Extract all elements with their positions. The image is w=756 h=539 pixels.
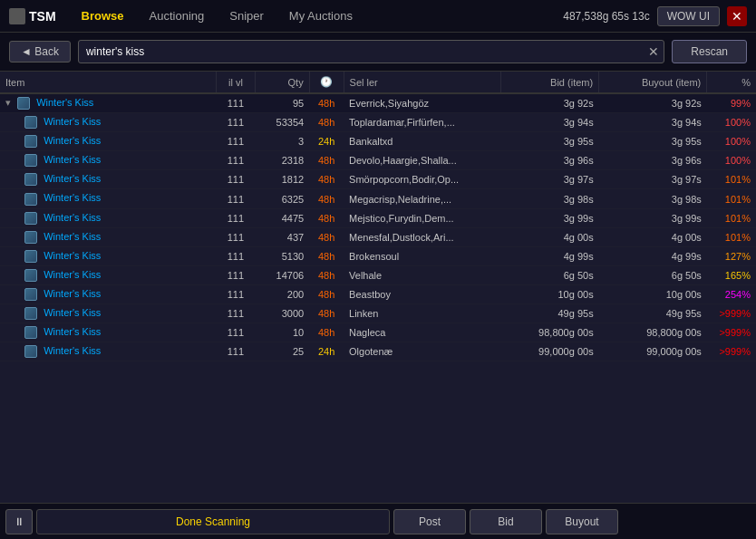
col-header-qty[interactable]: Qty <box>256 72 310 93</box>
cell-bid: 3g 94s <box>500 113 598 132</box>
cell-time: 48h <box>309 323 344 342</box>
cell-seller: Nagleca <box>344 323 500 342</box>
main-content: ◄ Back ✕ Rescan Item il vl Qty 🕐 Sel ler… <box>0 33 756 539</box>
item-name[interactable]: Winter's Kiss <box>44 154 101 165</box>
col-header-ilvl[interactable]: il vl <box>216 72 255 93</box>
col-header-item[interactable]: Item <box>0 72 216 93</box>
group-toggle[interactable]: ▾ <box>5 97 11 108</box>
col-header-bid[interactable]: Bid (item) <box>500 72 598 93</box>
clear-search-button[interactable]: ✕ <box>648 44 659 59</box>
search-input[interactable] <box>78 40 664 63</box>
col-header-seller[interactable]: Sel ler <box>344 72 500 93</box>
wow-ui-button[interactable]: WOW UI <box>657 6 720 26</box>
post-button[interactable]: Post <box>393 509 466 534</box>
table-row[interactable]: Winter's Kiss 111 1812 48h Smörpopcorn,B… <box>0 170 756 189</box>
cell-qty: 200 <box>256 284 310 303</box>
cell-pct: 100% <box>707 151 756 170</box>
table-body: ▾ Winter's Kiss 111 95 48h Everrick,Siya… <box>0 93 756 361</box>
cell-time: 48h <box>309 304 344 323</box>
table-row[interactable]: Winter's Kiss 111 14706 48h Velhale 6g 5… <box>0 265 756 284</box>
cell-bid: 4g 00s <box>500 227 598 246</box>
cell-qty: 53354 <box>256 113 310 132</box>
col-header-pct[interactable]: % <box>707 72 756 93</box>
table-row[interactable]: Winter's Kiss 111 4475 48h Mejstico,Fury… <box>0 208 756 227</box>
table-row[interactable]: Winter's Kiss 111 3000 48h Linken 49g 95… <box>0 304 756 323</box>
item-name[interactable]: Winter's Kiss <box>44 212 101 223</box>
search-input-wrap: ✕ <box>78 40 664 63</box>
tab-sniper[interactable]: Sniper <box>218 5 275 26</box>
close-button[interactable]: ✕ <box>727 6 747 26</box>
item-name[interactable]: Winter's Kiss <box>44 269 101 280</box>
item-name[interactable]: Winter's Kiss <box>44 135 101 146</box>
tab-auctioning[interactable]: Auctioning <box>139 5 216 26</box>
tsm-logo: TSM <box>9 8 56 24</box>
item-icon <box>24 154 37 167</box>
item-icon <box>24 212 37 225</box>
table-row[interactable]: Winter's Kiss 111 437 48h Menesfal,Dustl… <box>0 227 756 246</box>
cell-item: Winter's Kiss <box>0 323 216 342</box>
cell-buyout: 4g 99s <box>599 246 707 265</box>
tsm-icon <box>9 8 25 24</box>
cell-pct: 101% <box>707 170 756 189</box>
table-row[interactable]: Winter's Kiss 111 53354 48h Toplardamar,… <box>0 113 756 132</box>
cell-item: Winter's Kiss <box>0 132 216 151</box>
table-row[interactable]: Winter's Kiss 111 200 48h Beastboy 10g 0… <box>0 284 756 303</box>
cell-ilvl: 111 <box>216 93 255 113</box>
auction-table-scroll[interactable]: Item il vl Qty 🕐 Sel ler Bid (item) Buyo… <box>0 72 756 503</box>
item-name[interactable]: Winter's Kiss <box>44 231 101 242</box>
item-icon <box>24 326 37 339</box>
item-icon <box>24 345 37 358</box>
cell-buyout: 3g 95s <box>599 132 707 151</box>
tab-browse[interactable]: Browse <box>71 5 135 26</box>
cell-seller: Smörpopcorn,Bodir,Op... <box>344 170 500 189</box>
cell-pct: >999% <box>707 342 756 361</box>
buyout-button[interactable]: Buyout <box>546 509 618 534</box>
cell-item: Winter's Kiss <box>0 189 216 208</box>
cell-ilvl: 111 <box>216 208 255 227</box>
cell-item: Winter's Kiss <box>0 170 216 189</box>
cell-item: Winter's Kiss <box>0 151 216 170</box>
table-row[interactable]: Winter's Kiss 111 25 24h Olgotenæ 99,000… <box>0 342 756 361</box>
item-icon <box>24 250 37 263</box>
rescan-button[interactable]: Rescan <box>672 40 747 63</box>
cell-pct: >999% <box>707 323 756 342</box>
cell-seller: Beastboy <box>344 284 500 303</box>
cell-bid: 3g 92s <box>500 93 598 113</box>
cell-qty: 95 <box>256 93 310 113</box>
item-name[interactable]: Winter's Kiss <box>36 97 93 108</box>
cell-ilvl: 111 <box>216 284 255 303</box>
table-row[interactable]: Winter's Kiss 111 6325 48h Megacrisp,Nel… <box>0 189 756 208</box>
cell-pct: 101% <box>707 227 756 246</box>
cell-seller: Devolo,Haargie,Shalla... <box>344 151 500 170</box>
cell-bid: 4g 99s <box>500 246 598 265</box>
item-name[interactable]: Winter's Kiss <box>44 116 101 127</box>
col-header-buyout[interactable]: Buyout (item) <box>599 72 707 93</box>
item-name[interactable]: Winter's Kiss <box>44 345 101 356</box>
cell-seller: Brokensoul <box>344 246 500 265</box>
cell-seller: Velhale <box>344 265 500 284</box>
item-name[interactable]: Winter's Kiss <box>44 192 101 203</box>
cell-buyout: 3g 97s <box>599 170 707 189</box>
table-row[interactable]: Winter's Kiss 111 3 24h Bankaltxd 3g 95s… <box>0 132 756 151</box>
item-name[interactable]: Winter's Kiss <box>44 173 101 184</box>
cell-bid: 3g 95s <box>500 132 598 151</box>
bid-button[interactable]: Bid <box>470 509 542 534</box>
status-label: Done Scanning <box>36 509 390 534</box>
item-name[interactable]: Winter's Kiss <box>44 250 101 261</box>
item-name[interactable]: Winter's Kiss <box>44 288 101 299</box>
tab-my-auctions[interactable]: My Auctions <box>278 5 363 26</box>
item-name[interactable]: Winter's Kiss <box>44 326 101 337</box>
item-name[interactable]: Winter's Kiss <box>44 307 101 318</box>
table-row[interactable]: ▾ Winter's Kiss 111 95 48h Everrick,Siya… <box>0 93 756 113</box>
col-header-time[interactable]: 🕐 <box>309 72 344 93</box>
cell-bid: 3g 99s <box>500 208 598 227</box>
cell-time: 48h <box>309 227 344 246</box>
back-button[interactable]: ◄ Back <box>9 41 71 63</box>
table-row[interactable]: Winter's Kiss 111 2318 48h Devolo,Haargi… <box>0 151 756 170</box>
table-row[interactable]: Winter's Kiss 111 5130 48h Brokensoul 4g… <box>0 246 756 265</box>
item-icon <box>24 288 37 301</box>
auction-table: Item il vl Qty 🕐 Sel ler Bid (item) Buyo… <box>0 72 756 361</box>
cell-pct: 99% <box>707 93 756 113</box>
pause-button[interactable]: ⏸ <box>5 509 33 534</box>
table-row[interactable]: Winter's Kiss 111 10 48h Nagleca 98,800g… <box>0 323 756 342</box>
